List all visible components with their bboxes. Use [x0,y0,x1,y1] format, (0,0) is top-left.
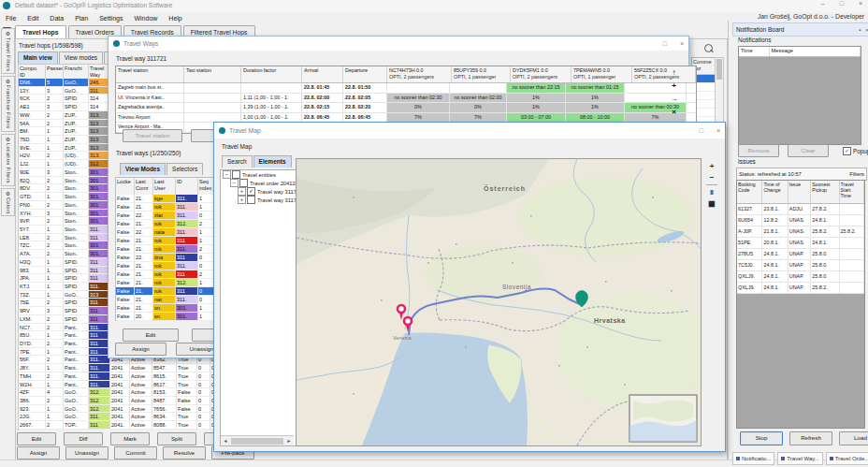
table-row[interactable]: W2H.1Pant..311.2041Active8617.True00 [19,381,224,389]
add-icon[interactable]: + [668,80,680,91]
map-tab-elements[interactable]: Elements [253,155,292,168]
stop-button[interactable]: Stop [740,431,783,445]
menu-plan[interactable]: Plan [69,12,94,24]
cell: Pant.. [64,381,89,389]
maximize-icon[interactable]: □ [700,127,703,134]
close-icon[interactable]: × [680,40,684,47]
diff-button[interactable]: Diff [64,432,103,445]
zoom-out-icon[interactable]: − [710,173,715,182]
delete-icon[interactable]: × [668,107,680,117]
travel-station-button[interactable]: Travel station [123,129,182,142]
remove-button[interactable]: Remove [738,144,779,157]
issue-row[interactable]: 51PE.20.8.1.UNAS.24.8.1. [737,238,864,249]
menu-edit[interactable]: Edit [22,12,44,24]
assign-button[interactable]: Assign [17,446,60,460]
pause-icon[interactable]: ‖ [710,188,714,197]
layers-icon[interactable]: ▦ [708,199,716,208]
maximize-icon[interactable]: □ [840,0,844,7]
collapse-icon[interactable]: − [230,179,239,187]
expand-icon[interactable]: + [238,196,246,204]
edit-button[interactable]: Edit [123,328,179,342]
move-right-icon[interactable]: → [668,94,680,104]
scrollbar-thumb[interactable] [716,59,722,80]
dock-tab-notificatio[interactable]: Notificatio... [732,452,774,465]
issue-row[interactable]: 278U5.24.8.1.UNAP.25.8.0. [737,249,864,260]
collapse-icon[interactable]: − [223,170,231,179]
maximize-icon[interactable]: □ [663,40,667,47]
load-button[interactable]: Load [839,431,868,445]
tab-travel-hops[interactable]: Travel Hops [15,25,66,38]
cell: 4 [46,388,64,397]
ways-tab-selectors[interactable]: Selectors [166,163,203,175]
table-row[interactable]: 2JG.1GoO..311.2041.Active8634.True00 [19,413,224,421]
issue-row[interactable]: 6U65412.8.2.UNAS.24.8.1. [737,215,864,226]
table-row[interactable]: J8Y.1Pant..311.2041Active8547.True00 [19,364,224,372]
tree-item[interactable]: −Travel entities [221,170,296,179]
minimize-icon[interactable]: – [821,0,825,7]
map-tab-search[interactable]: Search [222,155,253,168]
edit-button[interactable]: Edit [17,432,56,445]
refresh-button[interactable]: Refresh [789,431,832,445]
table-row[interactable]: 923.1GoO..312.2041Active7656.False00 [19,405,224,414]
close-icon[interactable]: × [716,127,720,134]
view-tab-main-view[interactable]: Main view [18,51,58,64]
view-tab-view-modes[interactable]: View modes [59,51,103,64]
filters-link[interactable]: Filters [849,171,864,177]
tree-item[interactable]: −Travel order 204124 [221,179,296,187]
station-row[interactable]: Zagreb main bus st..22.8. 01:4522.8. 01:… [116,83,696,94]
close-icon[interactable]: × [859,0,862,7]
issue-row[interactable]: 61327.23.8.1.ADJU.27.8.2. [737,204,864,215]
tree-item[interactable]: +Travel way 31172. [221,196,296,204]
move-up-icon[interactable]: ↑ [668,67,680,78]
issue-row[interactable]: 7C5J0.24.8.1.UNAP.25.8.0. [737,260,864,271]
menu-file[interactable]: File [0,12,22,24]
menu-settings[interactable]: Settings [94,12,128,24]
popup-checkbox[interactable]: ✓ [843,147,851,155]
cell: UNAP. [788,271,812,282]
side-tab-franchise-filters[interactable]: ⚙Franchise Filters [1,76,15,131]
side-tab-colors[interactable]: ⚙Colors [1,188,15,217]
side-tab-location-filters[interactable]: ⚙Location Filters [1,134,15,186]
dock-tab-travel-orde[interactable]: Travel Orde... [826,452,868,465]
zoom-in-icon[interactable]: + [710,162,715,170]
horizontal-scrollbar[interactable]: ◄ ► [221,435,294,445]
checkbox[interactable]: ✓ [247,187,255,196]
commit-button[interactable]: Commit [114,446,157,460]
clear-button[interactable]: Clear [788,144,829,157]
menu-window[interactable]: Window [128,12,163,24]
table-row[interactable]: 2667.2TOP..3112041.Active8088.True00 [19,421,224,430]
mark-button[interactable]: Mark [110,432,150,445]
tree-item[interactable]: +✓Travel way 31172. [221,187,296,196]
checkbox[interactable] [247,196,255,204]
table-row[interactable]: 4ZF.4GoO..312.2041Active8153.False00 [19,388,224,397]
scroll-right-icon[interactable]: ► [284,438,294,444]
search-icon[interactable] [704,44,713,52]
issue-row[interactable]: QXLJ9.24.8.1.UNAP.25.8.0. [737,271,864,283]
notification-board-header[interactable]: Notification Board ▪× [732,22,868,36]
vehicle-column-header: NC74H73H 0.0OPTI, 2 passengers [387,66,452,82]
pin-icon[interactable]: ▪ [859,27,861,33]
checkbox[interactable] [232,170,240,179]
issues-table-rows[interactable]: 61327.23.8.1.ADJU.27.8.2.6U65412.8.2.UNA… [737,204,864,294]
vertical-scrollbar[interactable] [715,57,724,124]
unassign-button[interactable]: Unassign [65,446,108,460]
issue-row[interactable]: QXLJ9.24.8.1.UNAP.25.8.2. [737,283,864,294]
map-canvas[interactable]: Österreich Slovenija Hrvatska Venezia [296,158,702,446]
menu-data[interactable]: Data [44,12,69,24]
split-button[interactable]: Split [157,432,196,445]
scrollbar-thumb[interactable] [231,438,283,445]
menu-help[interactable]: Help [163,12,187,24]
dock-tab-travel-way[interactable]: Travel Way... [777,452,822,465]
station-row[interactable]: Zagrebačka avenija..1,39 (1,00 - 1,00 - … [116,103,696,113]
table-row[interactable]: 386.2GoO..312.2041Active8487.False00 [19,397,224,405]
station-row[interactable]: Ul. Vincenta iz Kast..1,11 (1,00 - 1,00 … [116,94,696,104]
issue-row[interactable]: A-J0P.21.8.1.UNAS.25.8.2.25.8.2. [737,226,864,238]
checkbox[interactable] [239,179,248,187]
resolve-button[interactable]: Resolve [163,446,206,460]
assign-button[interactable]: Assign [115,343,166,356]
expand-icon[interactable]: + [238,187,246,196]
scroll-left-icon[interactable]: ◄ [221,438,230,444]
side-tab-travel-filters[interactable]: ⚙Travel Filters [1,28,15,74]
ways-tab-view-modes[interactable]: View Modes [120,163,166,175]
table-row[interactable]: TMH.2Pant..311.2041Active8615.True00 [19,372,224,381]
